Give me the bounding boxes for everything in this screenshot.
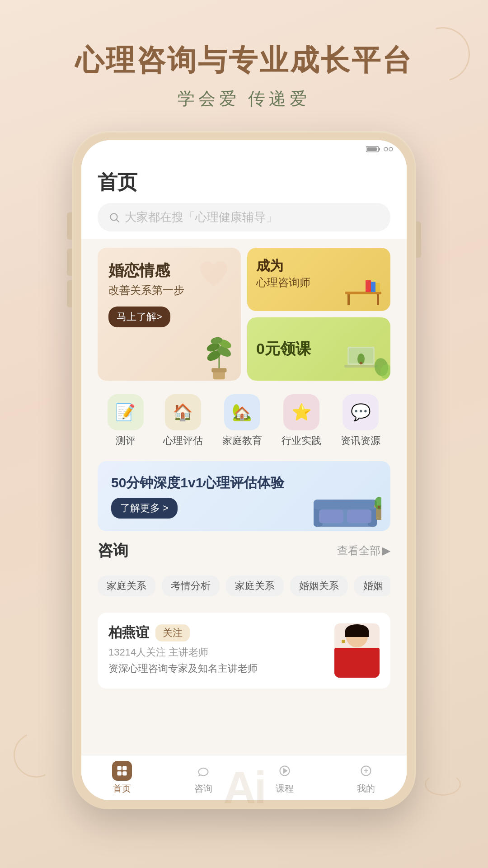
nav-family-edu-icon-wrap: 🏡	[224, 394, 260, 430]
consultant-avatar	[334, 623, 380, 678]
main-title: 心理咨询与专业成长平台	[0, 41, 488, 80]
plant-deco-icon	[200, 326, 236, 381]
consultant-desc: 资深心理咨询专家及知名主讲老师	[108, 662, 325, 675]
deco-curve-bottom-left	[7, 726, 65, 784]
svg-rect-32	[347, 509, 371, 523]
nav-item-family-edu[interactable]: 🏡 家庭教育	[222, 394, 262, 448]
promo-banner[interactable]: 50分钟深度1v1心理评估体验 了解更多 >	[98, 461, 390, 531]
nav-industry-icon: ⭐	[291, 403, 312, 422]
consult-nav-label: 咨询	[194, 783, 212, 795]
tag-4[interactable]: 婚姻	[354, 576, 390, 596]
svg-rect-16	[347, 294, 350, 305]
nav-item-assessment[interactable]: 📝 测评	[108, 394, 144, 448]
nav-info-icon: 💬	[351, 403, 371, 422]
sub-title: 学会爱 传递爱	[0, 87, 488, 110]
mine-icon	[360, 764, 372, 777]
main-content: 婚恋情感 改善关系第一步 马上了解>	[81, 239, 407, 755]
deco-curve-bottom-right	[425, 773, 461, 796]
banner-grid: 婚恋情感 改善关系第一步 马上了解>	[98, 248, 390, 381]
consult-more-label: 查看全部	[337, 543, 380, 558]
app-content: 首页 大家都在搜「心理健康辅导」	[81, 158, 407, 800]
nav-info-icon-wrap: 💬	[343, 394, 379, 430]
status-bar	[81, 140, 407, 158]
nav-psych-eval-icon: 🏠	[173, 403, 193, 422]
tag-1[interactable]: 考情分析	[162, 576, 220, 596]
consult-section-title: 咨询	[98, 540, 128, 561]
nav-item-industry[interactable]: ⭐ 行业实践	[282, 394, 321, 448]
tag-3[interactable]: 婚姻关系	[290, 576, 348, 596]
heart-deco-icon	[196, 257, 232, 293]
nav-item-info[interactable]: 💬 资讯资源	[341, 394, 380, 448]
promo-btn[interactable]: 了解更多 >	[111, 498, 178, 519]
nav-family-edu-label: 家庭教育	[222, 434, 262, 448]
bottom-nav-consult[interactable]: 咨询	[163, 761, 244, 795]
mine-nav-icon-wrap	[356, 761, 376, 781]
search-icon	[108, 212, 120, 223]
svg-rect-39	[117, 771, 122, 775]
svg-rect-40	[122, 766, 127, 770]
nav-info-label: 资讯资源	[341, 434, 380, 448]
nav-item-psych-eval[interactable]: 🏠 心理评估	[163, 394, 203, 448]
svg-rect-8	[211, 368, 226, 372]
consult-section-header: 咨询 查看全部 ▶	[98, 540, 390, 561]
svg-rect-20	[375, 283, 380, 292]
banner-free-title: 0元领课	[256, 339, 311, 359]
svg-rect-18	[366, 280, 371, 292]
nav-psych-eval-icon-wrap: 🏠	[165, 394, 201, 430]
nav-industry-label: 行业实践	[282, 434, 321, 448]
side-plant-icon	[363, 354, 390, 381]
svg-point-5	[110, 213, 117, 220]
page-title: 首页	[98, 169, 390, 196]
mine-nav-label: 我的	[357, 783, 375, 795]
follow-button[interactable]: 关注	[155, 624, 190, 642]
tag-0[interactable]: 家庭关系	[98, 576, 155, 596]
battery-icon	[366, 145, 393, 154]
consultant-name-row: 柏燕谊 关注	[108, 623, 325, 642]
bottom-nav-mine[interactable]: 我的	[325, 761, 407, 795]
bottom-nav-course[interactable]: 课程	[244, 761, 325, 795]
nav-industry-icon-wrap: ⭐	[283, 394, 319, 430]
svg-rect-25	[360, 362, 362, 364]
svg-rect-41	[122, 771, 127, 775]
banner-marriage[interactable]: 婚恋情感 改善关系第一步 马上了解>	[98, 248, 241, 381]
svg-point-3	[384, 147, 388, 151]
svg-rect-38	[117, 766, 122, 770]
svg-marker-43	[284, 769, 287, 773]
nav-family-edu-icon: 🏡	[232, 403, 252, 422]
bottom-nav-home[interactable]: 首页	[81, 761, 163, 795]
promo-title: 50分钟深度1v1心理评估体验	[111, 474, 377, 492]
consultant-card-0[interactable]: 柏燕谊 关注 13214人关注 主讲老师 资深心理咨询专家及知名主讲老师	[98, 613, 390, 689]
course-nav-label: 课程	[276, 783, 294, 795]
consult-section-more[interactable]: 查看全部 ▶	[337, 543, 390, 558]
consult-icon	[197, 764, 210, 777]
app-header: 首页 大家都在搜「心理健康辅导」	[81, 158, 407, 239]
search-bar[interactable]: 大家都在搜「心理健康辅导」	[98, 203, 390, 231]
banner-free-course[interactable]: 0元领课	[247, 317, 390, 381]
phone-screen: 首页 大家都在搜「心理健康辅导」	[81, 140, 407, 800]
nav-assessment-icon-wrap: 📝	[108, 394, 144, 430]
sofa-deco-icon	[309, 491, 381, 531]
svg-rect-31	[319, 509, 343, 523]
quick-nav: 📝 测评 🏠 心理评估 🏡 家庭教育	[98, 390, 390, 452]
svg-rect-2	[367, 147, 377, 151]
consultant-name: 柏燕谊	[108, 623, 149, 642]
svg-line-6	[117, 219, 119, 222]
banner-counselor[interactable]: 成为 心理咨询师	[247, 248, 390, 311]
phone-mockup: 首页 大家都在搜「心理健康辅导」	[72, 131, 416, 809]
home-nav-icon-wrap	[112, 761, 132, 781]
svg-rect-1	[379, 148, 380, 151]
nav-assessment-icon: 📝	[115, 403, 136, 422]
svg-rect-19	[371, 282, 375, 292]
course-icon	[278, 764, 291, 777]
chevron-right-icon: ▶	[382, 544, 390, 557]
desk-deco-icon	[341, 271, 386, 307]
svg-point-4	[389, 147, 393, 151]
svg-rect-37	[378, 506, 380, 509]
promo-btn-label: 了解更多 >	[120, 501, 169, 515]
svg-rect-17	[377, 294, 379, 305]
banner-marriage-btn[interactable]: 马上了解>	[108, 307, 170, 327]
banner-marriage-btn-label: 马上了解>	[117, 310, 162, 324]
home-icon	[116, 764, 128, 777]
tag-2[interactable]: 家庭关系	[226, 576, 284, 596]
svg-rect-33	[314, 500, 377, 509]
